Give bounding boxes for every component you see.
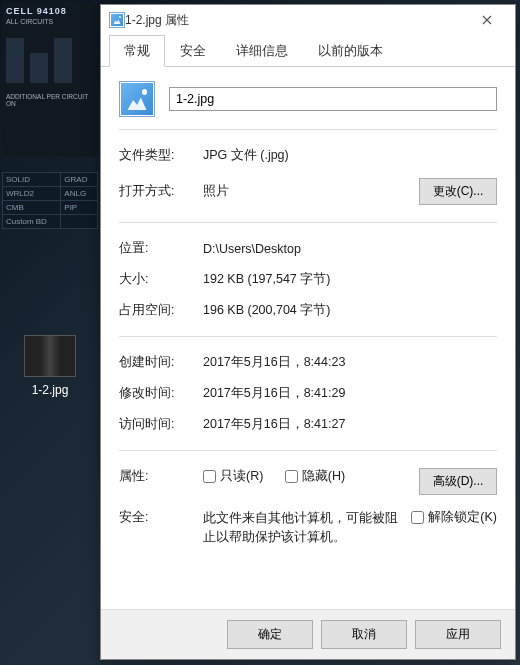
attributes-label: 属性: — [119, 468, 193, 485]
size-value: 192 KB (197,547 字节) — [203, 271, 497, 288]
change-button[interactable]: 更改(C)... — [419, 178, 497, 205]
security-label: 安全: — [119, 509, 193, 526]
openswith-label: 打开方式: — [119, 183, 193, 200]
hidden-text: 隐藏(H) — [302, 468, 345, 485]
dialog-title: 1-2.jpg 属性 — [125, 12, 189, 29]
tab-previous-versions[interactable]: 以前的版本 — [303, 35, 398, 67]
desktop-file-label: 1-2.jpg — [18, 383, 82, 397]
tab-details[interactable]: 详细信息 — [221, 35, 303, 67]
filename-input[interactable] — [169, 87, 497, 111]
unblock-checkbox[interactable]: 解除锁定(K) — [411, 509, 497, 526]
file-thumbnail — [24, 335, 76, 377]
advanced-button[interactable]: 高级(D)... — [419, 468, 497, 495]
created-label: 创建时间: — [119, 354, 193, 371]
readonly-input[interactable] — [203, 470, 216, 483]
file-type-icon — [119, 81, 155, 117]
bg-all-circuits: ALL CIRCUITS — [6, 18, 94, 25]
modified-label: 修改时间: — [119, 385, 193, 402]
created-value: 2017年5月16日，8:44:23 — [203, 354, 497, 371]
tab-security[interactable]: 安全 — [165, 35, 221, 67]
readonly-checkbox[interactable]: 只读(R) — [203, 468, 263, 485]
divider — [119, 450, 497, 451]
location-value: D:\Users\Desktop — [203, 242, 497, 256]
close-button[interactable] — [467, 6, 507, 34]
sizedisk-value: 196 KB (200,704 字节) — [203, 302, 497, 319]
bg-cell-label: CELL 94108 — [6, 6, 94, 16]
modified-value: 2017年5月16日，8:41:29 — [203, 385, 497, 402]
readonly-text: 只读(R) — [220, 468, 263, 485]
close-icon — [482, 15, 492, 25]
accessed-label: 访问时间: — [119, 416, 193, 433]
properties-dialog: 1-2.jpg 属性 常规 安全 详细信息 以前的版本 文件类型: JPG 文件… — [100, 4, 516, 660]
hidden-input[interactable] — [285, 470, 298, 483]
apply-button[interactable]: 应用 — [415, 620, 501, 649]
accessed-value: 2017年5月16日，8:41:27 — [203, 416, 497, 433]
divider — [119, 129, 497, 130]
tab-strip: 常规 安全 详细信息 以前的版本 — [101, 35, 515, 67]
security-text: 此文件来自其他计算机，可能被阻止以帮助保护该计算机。 — [203, 509, 401, 547]
divider — [119, 222, 497, 223]
bg-addl: ADDITIONAL PER CIRCUIT ON — [6, 93, 94, 107]
divider — [119, 336, 497, 337]
bg-bars — [6, 33, 94, 83]
tab-general[interactable]: 常规 — [109, 35, 165, 67]
image-file-icon — [109, 12, 125, 28]
size-label: 大小: — [119, 271, 193, 288]
unblock-text: 解除锁定(K) — [428, 509, 497, 526]
dialog-footer: 确定 取消 应用 — [101, 609, 515, 659]
hidden-checkbox[interactable]: 隐藏(H) — [285, 468, 345, 485]
titlebar[interactable]: 1-2.jpg 属性 — [101, 5, 515, 35]
unblock-input[interactable] — [411, 511, 424, 524]
bg-panel: CELL 94108 ALL CIRCUITS ADDITIONAL PER C… — [2, 2, 98, 157]
openswith-value: 照片 — [203, 183, 409, 200]
desktop-file-icon[interactable]: 1-2.jpg — [18, 335, 82, 397]
cancel-button[interactable]: 取消 — [321, 620, 407, 649]
location-label: 位置: — [119, 240, 193, 257]
bg-grid: SOLIDGRADWRLD2ANLGCMBPIPCustom BD — [2, 172, 98, 229]
sizedisk-label: 占用空间: — [119, 302, 193, 319]
tab-content: 文件类型: JPG 文件 (.jpg) 打开方式: 照片 更改(C)... 位置… — [101, 67, 515, 609]
filetype-value: JPG 文件 (.jpg) — [203, 147, 497, 164]
ok-button[interactable]: 确定 — [227, 620, 313, 649]
filetype-label: 文件类型: — [119, 147, 193, 164]
